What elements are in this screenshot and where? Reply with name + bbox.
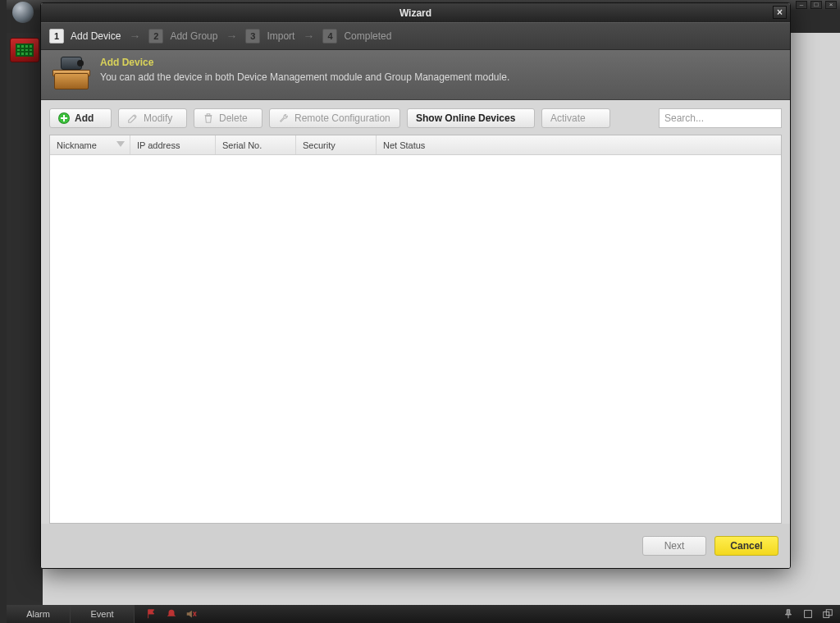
dialog-titlebar: Wizard × — [41, 3, 790, 22]
show-online-devices-button[interactable]: Show Online Devices — [407, 108, 535, 128]
col-ip[interactable]: IP address — [130, 135, 216, 154]
col-nickname[interactable]: Nickname — [50, 135, 130, 154]
alarm-bell-icon[interactable] — [166, 608, 177, 620]
grid-header: Nickname IP address Serial No. Security … — [50, 135, 781, 155]
device-grid: Nickname IP address Serial No. Security … — [49, 135, 782, 524]
step-add-group: 2 Add Group — [148, 29, 217, 44]
banner-description: You can add the device in both Device Ma… — [100, 71, 509, 83]
col-netstatus[interactable]: Net Status — [377, 135, 781, 154]
restore-icon[interactable] — [802, 608, 814, 620]
step-add-device: 1 Add Device — [49, 29, 121, 44]
grid-body — [50, 155, 781, 523]
bottom-tab-alarm[interactable]: Alarm — [7, 605, 71, 623]
bg-close-button[interactable]: × — [825, 1, 837, 9]
step-import: 3 Import — [245, 29, 294, 44]
rail-live-view-tile[interactable] — [10, 38, 39, 62]
mute-icon[interactable] — [185, 608, 197, 620]
dialog-footer: Next Cancel — [41, 524, 790, 568]
delete-button[interactable]: Delete — [194, 108, 262, 128]
arrow-icon: → — [303, 30, 314, 43]
activate-button[interactable]: Activate — [541, 108, 610, 128]
wizard-steps: 1 Add Device → 2 Add Group → 3 Import → … — [41, 22, 790, 50]
banner: Add Device You can add the device in bot… — [41, 50, 790, 100]
background-bottom-bar: Alarm Event — [7, 605, 840, 623]
pin-icon[interactable] — [783, 608, 794, 620]
svg-rect-0 — [805, 611, 812, 618]
cancel-button[interactable]: Cancel — [714, 536, 778, 556]
arrow-icon: → — [129, 30, 140, 43]
toolbar: Add Modify Delete Remote Configuration — [49, 108, 782, 128]
pencil-icon — [127, 112, 139, 124]
banner-title: Add Device — [100, 57, 509, 68]
remote-config-button[interactable]: Remote Configuration — [269, 108, 400, 128]
bg-restore-button[interactable]: □ — [810, 1, 822, 9]
trash-icon — [203, 112, 214, 124]
plus-icon — [58, 112, 70, 124]
modify-button[interactable]: Modify — [118, 108, 187, 128]
search-input[interactable] — [659, 108, 782, 128]
bottom-tab-event[interactable]: Event — [71, 605, 135, 623]
popout-icon[interactable] — [822, 608, 833, 620]
toolbox-camera-icon — [52, 57, 90, 89]
bg-minimize-button[interactable]: – — [796, 1, 807, 9]
dialog-close-button[interactable]: × — [773, 6, 787, 19]
background-left-rail — [7, 33, 43, 605]
col-serial[interactable]: Serial No. — [216, 135, 296, 154]
flag-icon[interactable] — [146, 608, 158, 620]
dialog-title: Wizard — [399, 7, 431, 19]
filter-icon[interactable] — [116, 141, 125, 147]
app-logo-camera-icon — [7, 0, 39, 33]
wizard-dialog: Wizard × 1 Add Device → 2 Add Group → 3 … — [40, 2, 791, 569]
arrow-icon: → — [226, 30, 237, 43]
add-button[interactable]: Add — [49, 108, 112, 128]
col-security[interactable]: Security — [296, 135, 377, 154]
wrench-icon — [278, 112, 290, 124]
next-button[interactable]: Next — [642, 536, 706, 556]
step-completed: 4 Completed — [322, 29, 391, 44]
